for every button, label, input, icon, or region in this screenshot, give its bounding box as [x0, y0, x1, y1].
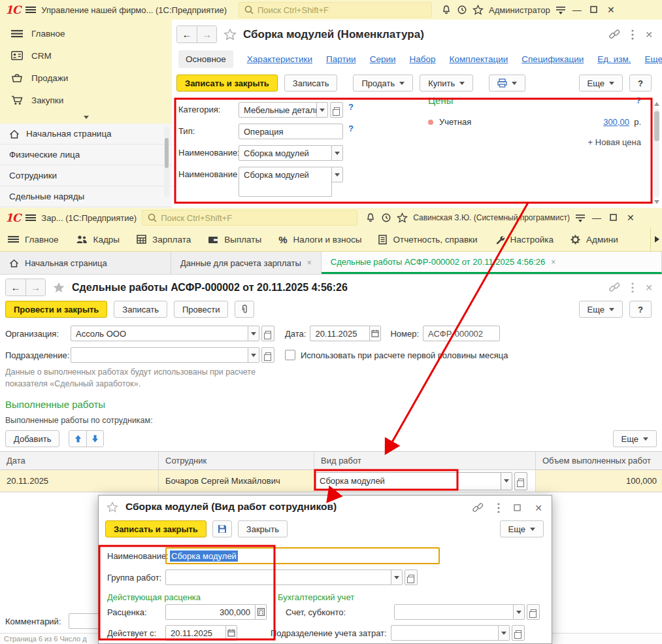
prices-help[interactable]: ? — [636, 95, 641, 105]
tab-close-icon[interactable]: × — [551, 258, 555, 267]
table-row[interactable]: 20.11.2025 Бочаров Сергей Михайлович Сбо… — [0, 470, 662, 492]
sidebar-scrollbar[interactable] — [164, 126, 169, 197]
more-button[interactable]: Еще — [579, 301, 623, 318]
worktype-open-icon[interactable] — [514, 472, 527, 490]
sell-button[interactable]: Продать — [353, 75, 413, 92]
sidebar-collapse-arrow[interactable] — [0, 111, 172, 124]
w1-maximize-button[interactable] — [588, 5, 600, 15]
more-dots-icon[interactable] — [631, 29, 634, 40]
rate-field[interactable]: 300,000 — [165, 604, 256, 620]
move-up-button[interactable] — [69, 431, 86, 447]
modal-close-button[interactable]: Закрыть — [238, 520, 288, 537]
favorites-star-icon[interactable] — [397, 212, 408, 223]
search-input[interactable] — [161, 213, 352, 223]
section-vyplaty[interactable]: Выплаты — [208, 235, 261, 245]
scroll-down-icon[interactable] — [654, 200, 659, 204]
nav-item-home[interactable]: Начальная страница — [0, 124, 172, 144]
favorites-star-icon[interactable] — [472, 5, 484, 15]
section-zarplata[interactable]: Зарплата — [137, 235, 191, 245]
name-field[interactable]: Сборка модулей — [239, 145, 332, 161]
get-link-icon[interactable] — [472, 502, 484, 513]
save-button[interactable]: Записать — [114, 301, 167, 318]
star-filled-icon[interactable] — [52, 281, 65, 294]
date-calendar-icon[interactable] — [370, 326, 381, 341]
org-field[interactable]: Ассоль ООО — [71, 326, 248, 341]
number-field[interactable]: АСФР-000002 — [423, 326, 500, 341]
sidebar-item-prodazhi[interactable]: Продажи — [0, 67, 172, 89]
w2-close-button[interactable]: ✕ — [625, 212, 637, 223]
sidebar-item-crm[interactable]: CRM — [0, 44, 172, 67]
cell-worktype-editor[interactable]: Сборка модулей — [314, 470, 536, 492]
account-open-icon[interactable] — [527, 604, 540, 620]
attachments-button[interactable] — [235, 301, 254, 318]
notifications-bell-icon[interactable] — [441, 5, 452, 15]
type-help[interactable]: ? — [348, 124, 354, 133]
star-outline-icon[interactable] — [223, 28, 237, 41]
history-clock-icon[interactable] — [457, 5, 467, 15]
tab-osnovnoe[interactable]: Основное — [178, 50, 233, 68]
back-button[interactable]: ← — [177, 26, 197, 42]
w2-maximize-button[interactable] — [608, 212, 620, 223]
add-row-button[interactable]: Добавить — [5, 430, 59, 447]
category-field[interactable]: Мебельные детали — [239, 102, 317, 118]
modal-name-field[interactable]: Сборка модулей — [165, 547, 440, 564]
org-open-icon[interactable] — [261, 326, 274, 341]
tab-ed-izm[interactable]: Ед. изм. — [597, 54, 631, 64]
w1-minimize-button[interactable]: — — [571, 5, 583, 15]
help-button[interactable]: ? — [629, 301, 652, 318]
tab-payroll-data[interactable]: Данные для расчета зарплаты × — [171, 252, 322, 274]
main-menu-icon[interactable] — [25, 6, 36, 14]
scroll-thumb[interactable] — [654, 111, 659, 141]
account-field[interactable] — [394, 604, 514, 620]
cost-dept-field[interactable] — [391, 625, 499, 641]
functions-menu-icon[interactable] — [575, 213, 586, 222]
new-price-link[interactable]: + Новая цена — [428, 137, 641, 147]
more-dots-icon[interactable] — [631, 282, 634, 293]
nav-item-fizlica[interactable]: Физические лица — [0, 144, 172, 165]
tab-piecework-doc[interactable]: Сдельные работы АСФР-000002 от 20.11.202… — [322, 252, 662, 274]
w2-minimize-button[interactable]: — — [591, 212, 603, 223]
table-more-button[interactable]: Еще — [613, 430, 657, 447]
main-menu-icon[interactable] — [25, 214, 36, 222]
move-down-button[interactable] — [86, 431, 103, 447]
w1-user-name[interactable]: Администратор — [489, 5, 550, 15]
cost-dept-dropdown-icon[interactable] — [499, 625, 510, 641]
tab-komplektacii[interactable]: Комплектации — [450, 54, 508, 64]
section-kadry[interactable]: Кадры — [76, 235, 120, 245]
modal-save-button[interactable] — [212, 520, 232, 537]
get-link-icon[interactable] — [609, 29, 620, 40]
category-dropdown-icon[interactable] — [317, 102, 328, 118]
history-clock-icon[interactable] — [381, 212, 391, 223]
form-close-icon[interactable]: ✕ — [645, 29, 653, 40]
tab-home[interactable]: Начальная страница — [0, 252, 171, 274]
col-header-worktype[interactable]: Вид работ — [314, 452, 536, 469]
date-field[interactable]: 20.11.2025 — [310, 326, 370, 341]
w2-user-name[interactable]: Савинская З.Ю. (Системный программист) — [413, 213, 570, 222]
tab-kharakteristiki[interactable]: Характеристики — [247, 54, 312, 64]
tab-nabor[interactable]: Набор — [410, 54, 436, 64]
tab-close-icon[interactable]: × — [307, 258, 312, 267]
star-outline-icon[interactable] — [107, 501, 118, 513]
w1-close-button[interactable]: ✕ — [605, 5, 617, 15]
col-header-date[interactable]: Дата — [0, 452, 159, 469]
functions-menu-icon[interactable] — [555, 5, 566, 14]
save-button[interactable]: Записать — [284, 75, 338, 92]
modal-maximize-icon[interactable] — [514, 504, 521, 511]
cell-volume[interactable]: 100,000 — [536, 470, 662, 492]
section-nalogi[interactable]: % Налоги и взносы — [278, 234, 361, 245]
save-close-button[interactable]: Записать и закрыть — [176, 75, 278, 92]
rate-calculator-icon[interactable] — [256, 604, 267, 620]
modal-save-close-button[interactable]: Записать и закрыть — [105, 520, 207, 537]
worktype-field[interactable]: Сборка модулей — [314, 472, 501, 490]
modal-group-field[interactable] — [165, 569, 391, 585]
sidebar-item-zakupki[interactable]: Закупки — [0, 89, 172, 111]
dept-field[interactable] — [71, 347, 248, 363]
buy-button[interactable]: Купить — [420, 75, 473, 92]
category-open-icon[interactable] — [330, 102, 343, 118]
cost-dept-open-icon[interactable] — [512, 625, 525, 641]
modal-close-icon[interactable]: ✕ — [535, 503, 542, 513]
print-button[interactable] — [489, 75, 525, 92]
modal-more-button[interactable]: Еще — [500, 520, 544, 537]
search-input[interactable] — [257, 5, 426, 15]
help-button[interactable]: ? — [629, 75, 652, 92]
